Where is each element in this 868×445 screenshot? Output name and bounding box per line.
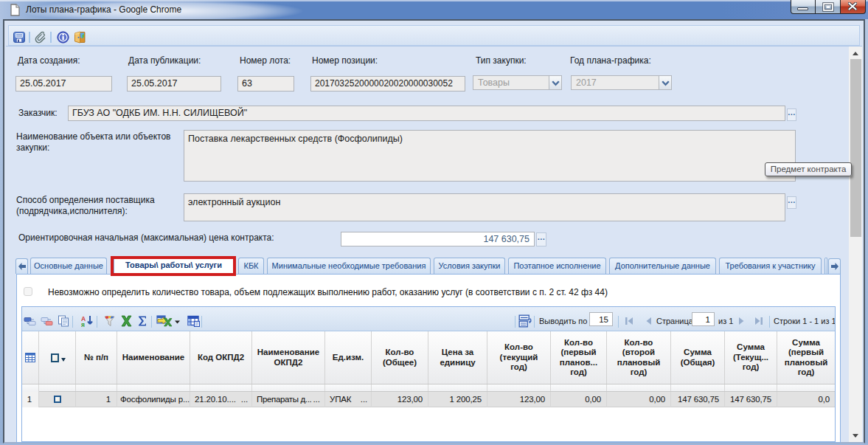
svg-text:я: я	[81, 321, 85, 328]
